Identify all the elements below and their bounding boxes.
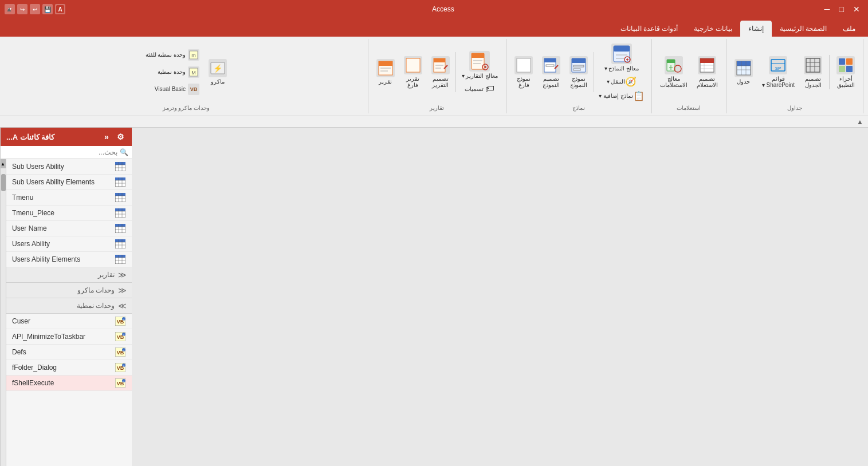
nav-item-tmenu-piece[interactable]: Tmenu_Piece	[6, 206, 132, 221]
table-icon-sub-users-ability	[115, 162, 126, 171]
macros-section-label: وحدات ماكرو	[77, 286, 115, 294]
macro-button[interactable]: ⚡ ماكرو	[205, 57, 230, 87]
class-module-button[interactable]: m وحدة نمطية للفئة	[142, 47, 203, 63]
blank-report-icon	[404, 56, 422, 74]
reports-section-header[interactable]: ≪ تقارير	[6, 267, 132, 283]
module-button[interactable]: M وحدة نمطية	[142, 64, 203, 80]
svg-text:u: u	[123, 333, 125, 337]
reports-label: تقارير	[430, 102, 444, 111]
nav-item-defs[interactable]: VB u Defs	[6, 345, 132, 360]
labels-button[interactable]: 🏷 تسميات	[462, 82, 497, 95]
nav-item-ffolder-dialog[interactable]: VB u fFolder_Dialog	[6, 360, 132, 376]
nav-list: Sub Users Ability Sub Users Abili	[6, 159, 132, 466]
svg-rect-38	[572, 58, 586, 63]
table-icon-sub-users-ability-elements	[115, 177, 126, 187]
nav-item-label: API_MinimizeToTaskbar	[12, 333, 85, 341]
tab-dbtools[interactable]: أدوات قاعدة البيانات	[612, 21, 686, 37]
close-button[interactable]: ✕	[850, 3, 863, 15]
sharepoint-icon: SP	[769, 56, 787, 74]
module-icon-cuser: VB u	[115, 317, 126, 326]
query-wizard-button[interactable]: معالجالاستعلامات	[657, 54, 691, 90]
svg-rect-95	[115, 224, 125, 227]
save-icon[interactable]: 💾	[42, 4, 53, 14]
tab-external[interactable]: بيانات خارجية	[686, 21, 740, 37]
nav-item-label: Defs	[12, 348, 26, 356]
tab-create[interactable]: إنشاء	[740, 21, 772, 37]
nav-expand-icon[interactable]: «	[101, 131, 112, 143]
nav-config-icon[interactable]: ⚙	[115, 131, 126, 143]
tab-home[interactable]: الصفحة الرئيسية	[772, 21, 835, 37]
nav-panel-title: كافة كائنات A...	[6, 133, 54, 141]
nav-scrollbar[interactable]: ▲ ▼	[1, 159, 6, 466]
report-button[interactable]: تقرير	[373, 57, 398, 87]
blank-form-button[interactable]: نموذجفارغ	[511, 54, 536, 90]
nav-item-cuser[interactable]: VB u Cuser	[6, 314, 132, 329]
nav-item-users-ability[interactable]: Users Ability	[6, 236, 132, 252]
module-icon: M	[188, 66, 199, 78]
ribbon-tabs: ملف الصفحة الرئيسية إنشاء بيانات خارجية …	[0, 18, 868, 37]
sharepoint-button[interactable]: SP قوائمSharePoint ▾	[759, 54, 798, 90]
svg-text:⚡: ⚡	[213, 64, 223, 73]
app-title: Access	[65, 5, 821, 13]
svg-rect-46	[517, 58, 531, 72]
blank-form-icon	[514, 56, 533, 74]
title-bar: ✕ □ ─ Access A 💾 ↩ ↪ ▼	[0, 0, 868, 18]
form-wizard-button[interactable]: معالج النماذج ▾	[601, 41, 643, 74]
tab-file[interactable]: ملف	[835, 21, 863, 37]
modules-section-header[interactable]: ≫ وحدات نمطية	[6, 298, 132, 314]
nav-item-fshellexecute[interactable]: VB u fShellExecute	[6, 376, 132, 391]
search-input[interactable]	[4, 148, 117, 156]
macros-section-header[interactable]: ≪ وحدات ماكرو	[6, 283, 132, 298]
form-design-button[interactable]: تصميمالنموذج	[539, 54, 564, 90]
collapse-arrow[interactable]: ▲	[857, 118, 863, 126]
more-forms-button[interactable]: 📋 نماذج إضافية ▾	[596, 89, 647, 102]
table-design-button[interactable]: تصميمالجدول	[800, 54, 826, 90]
app-parts-button[interactable]: أجزاءالتطبيق	[833, 54, 858, 90]
nav-item-tmenu[interactable]: Tmenu	[6, 190, 132, 206]
svg-rect-48	[472, 53, 484, 58]
svg-rect-21	[700, 58, 714, 63]
table-icon	[735, 59, 753, 77]
nav-item-sub-users-ability-elements[interactable]: Sub Users Ability Elements	[6, 175, 132, 190]
form-design-icon	[542, 56, 560, 74]
nav-item-user-name[interactable]: User Name	[6, 221, 132, 236]
table-icon-tmenu-piece	[115, 208, 126, 218]
svg-rect-89	[115, 208, 125, 211]
table-icon-tmenu	[115, 193, 126, 202]
undo-icon[interactable]: ↩	[30, 4, 40, 14]
nav-item-users-ability-elements[interactable]: Users Ability Elements	[6, 252, 132, 267]
svg-rect-3	[846, 58, 853, 65]
report-wizard-button[interactable]: معالج التقارير ▾	[458, 49, 502, 81]
minimize-button[interactable]: ─	[821, 3, 834, 15]
nav-search[interactable]: 🔍	[1, 146, 132, 159]
reports-items: معالج التقارير ▾ 🏷 تسميات تص	[373, 41, 502, 102]
svg-rect-83	[115, 193, 125, 196]
ribbon-collapse-button[interactable]: ▲	[2, 2, 16, 16]
nav-list-container: Sub Users Ability Sub Users Abili	[1, 159, 132, 466]
report-design-button[interactable]: تصميمالتقرير	[428, 54, 453, 90]
redo-icon[interactable]: ↪	[17, 4, 28, 14]
module-icon-fshellexecute: VB u	[115, 378, 126, 388]
maximize-button[interactable]: □	[836, 3, 847, 15]
visual-basic-button[interactable]: VB Visual Basic	[142, 81, 203, 97]
svg-rect-59	[406, 58, 420, 72]
nav-item-api-minimize[interactable]: VB u API_MinimizeToTaskbar	[6, 329, 132, 345]
scroll-thumb[interactable]	[1, 174, 6, 191]
macros-label: وحدات ماكرو وترمز	[163, 102, 210, 111]
scroll-up-button[interactable]: ▲	[1, 159, 6, 168]
nav-item-label: Tmenu_Piece	[12, 209, 54, 217]
ribbon-group-forms: معالج النماذج ▾ 🧭 التنقل ▾ 📋 نماذج إضافي…	[506, 39, 652, 113]
query-design-button[interactable]: تصميمالاستعلام	[693, 54, 721, 90]
ribbon-group-tables: أجزاءالتطبيق تصميمالجدول	[726, 39, 863, 113]
nav-item-sub-users-ability[interactable]: Sub Users Ability	[6, 159, 132, 175]
blank-report-button[interactable]: تقريرفارغ	[400, 54, 426, 90]
form-button[interactable]: نموذجالنموذج	[566, 54, 591, 90]
app-parts-icon	[836, 56, 855, 74]
svg-text:u: u	[123, 380, 125, 383]
nav-panel: ⚙ « كافة كائنات A... 🔍	[0, 128, 132, 466]
svg-rect-4	[839, 66, 845, 72]
navigate-button[interactable]: 🧭 التنقل ▾	[604, 75, 639, 88]
svg-text:A: A	[58, 6, 62, 13]
table-button[interactable]: جدول	[731, 57, 756, 87]
ribbon: أجزاءالتطبيق تصميمالجدول	[0, 37, 868, 116]
